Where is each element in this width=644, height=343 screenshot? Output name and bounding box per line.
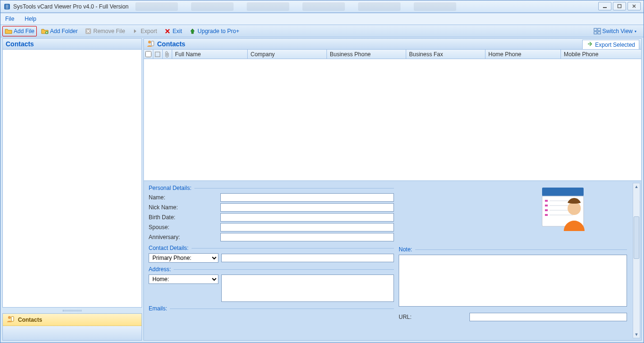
- add-folder-button[interactable]: Add Folder: [39, 26, 80, 36]
- contacts-header-icon: [147, 40, 154, 49]
- note-legend: Note:: [399, 246, 415, 253]
- svg-rect-17: [545, 205, 548, 206]
- close-button[interactable]: [627, 2, 641, 10]
- splitter-grip[interactable]: [2, 309, 142, 312]
- bg-tab: [191, 2, 234, 11]
- paperclip-icon: [164, 51, 170, 58]
- birth-date-label: Birth Date:: [149, 214, 220, 221]
- col-mobile-phone[interactable]: Mobile Phone: [561, 50, 641, 59]
- remove-icon: [84, 27, 92, 35]
- svg-rect-5: [594, 28, 597, 31]
- bg-tab: [135, 2, 178, 11]
- svg-point-9: [8, 316, 11, 319]
- nick-name-field[interactable]: [220, 203, 394, 212]
- svg-rect-14: [542, 188, 584, 196]
- minimize-button[interactable]: [598, 2, 611, 10]
- workspace: Contacts Contacts Contacts: [0, 37, 644, 343]
- grid-column-headers: Full Name Company Business Phone Busines…: [143, 50, 642, 59]
- note-field[interactable]: [399, 255, 627, 307]
- anniversary-field[interactable]: [220, 233, 394, 241]
- address-field[interactable]: [221, 274, 394, 302]
- scroll-down-icon[interactable]: ▼: [633, 331, 640, 338]
- app-icon: [3, 3, 11, 10]
- spouse-field[interactable]: [220, 223, 394, 232]
- address-type-select[interactable]: Home:: [149, 274, 218, 284]
- col-business-phone[interactable]: Business Phone: [327, 50, 406, 59]
- col-business-fax[interactable]: Business Fax: [406, 50, 485, 59]
- bg-tab: [414, 2, 456, 11]
- contacts-grid-header: Contacts Export Selected: [143, 38, 642, 50]
- left-footer-spacer: [3, 326, 142, 340]
- svg-rect-18: [545, 209, 548, 211]
- scroll-thumb[interactable]: [634, 216, 639, 259]
- maximize-button[interactable]: [613, 2, 626, 10]
- add-file-button[interactable]: Add File: [2, 26, 37, 36]
- svg-point-11: [148, 41, 151, 43]
- left-column: Contacts Contacts: [2, 38, 142, 341]
- remove-file-button[interactable]: Remove File: [82, 26, 127, 36]
- contact-placeholder-image: [540, 186, 585, 231]
- note-group: Note:: [399, 246, 627, 308]
- svg-rect-2: [618, 5, 621, 8]
- personal-details-legend: Personal Details:: [149, 185, 194, 191]
- export-icon: [132, 27, 139, 35]
- contact-details-group: Contact Details: Primary Phone:: [149, 245, 394, 264]
- window-title: SysTools vCard Viewer Pro v4.0 - Full Ve…: [13, 3, 129, 10]
- title-bar: SysTools vCard Viewer Pro v4.0 - Full Ve…: [0, 0, 644, 13]
- details-pane: ▲ ▼: [143, 181, 642, 341]
- svg-rect-12: [151, 41, 154, 46]
- svg-rect-19: [545, 214, 548, 216]
- select-all-checkbox[interactable]: [145, 51, 151, 57]
- col-attachment[interactable]: [163, 50, 172, 59]
- left-footer: Contacts: [2, 313, 142, 341]
- url-field[interactable]: [469, 313, 627, 321]
- folder-add-icon: [41, 27, 49, 35]
- emails-legend: Emails:: [149, 305, 170, 312]
- details-right: Note: URL:: [399, 185, 627, 321]
- primary-phone-select[interactable]: Primary Phone:: [149, 253, 218, 263]
- svg-rect-10: [11, 317, 14, 321]
- primary-phone-field[interactable]: [221, 254, 394, 262]
- contacts-tree[interactable]: [3, 50, 142, 307]
- col-home-phone[interactable]: Home Phone: [485, 50, 561, 59]
- export-selected-icon: [586, 41, 593, 49]
- personal-details-group: Personal Details: Name: Nick Name: Birth…: [149, 185, 394, 243]
- exit-button[interactable]: Exit: [161, 26, 184, 36]
- address-group: Address: Home:: [149, 266, 394, 303]
- svg-rect-8: [598, 32, 601, 34]
- svg-rect-7: [594, 32, 597, 34]
- birth-date-field[interactable]: [220, 213, 394, 222]
- spouse-label: Spouse:: [149, 224, 220, 231]
- col-full-name[interactable]: Full Name: [172, 50, 248, 59]
- contacts-category-button[interactable]: Contacts: [3, 314, 142, 326]
- svg-rect-6: [598, 28, 601, 31]
- export-selected-button[interactable]: Export Selected: [582, 40, 639, 50]
- name-label: Name:: [149, 194, 220, 201]
- col-icon[interactable]: [153, 50, 163, 59]
- bg-tab: [358, 2, 401, 11]
- contacts-tree-header: Contacts: [3, 39, 142, 50]
- name-field[interactable]: [220, 193, 394, 202]
- menu-help[interactable]: Help: [25, 16, 36, 22]
- details-left: Personal Details: Name: Nick Name: Birth…: [149, 185, 394, 321]
- grid-body[interactable]: [143, 59, 642, 181]
- details-scrollbar[interactable]: ▲ ▼: [633, 183, 640, 338]
- address-legend: Address:: [149, 266, 174, 273]
- folder-open-icon: [5, 27, 12, 35]
- col-company[interactable]: Company: [248, 50, 327, 59]
- contacts-icon: [7, 315, 14, 324]
- upgrade-button[interactable]: Upgrade to Pro+: [186, 26, 242, 36]
- svg-rect-13: [155, 52, 160, 57]
- switch-view-button[interactable]: Switch View ▾: [591, 26, 639, 36]
- bg-tab: [302, 2, 345, 11]
- bg-tab: [247, 2, 289, 11]
- switch-view-icon: [594, 27, 601, 35]
- col-checkbox[interactable]: [144, 50, 153, 59]
- contacts-category-label: Contacts: [18, 317, 42, 323]
- export-button[interactable]: Export: [129, 26, 159, 36]
- exit-icon: [164, 27, 171, 35]
- scroll-up-icon[interactable]: ▲: [633, 183, 640, 190]
- grid-title: Contacts: [157, 40, 185, 48]
- upgrade-icon: [189, 27, 196, 35]
- menu-file[interactable]: File: [5, 16, 14, 22]
